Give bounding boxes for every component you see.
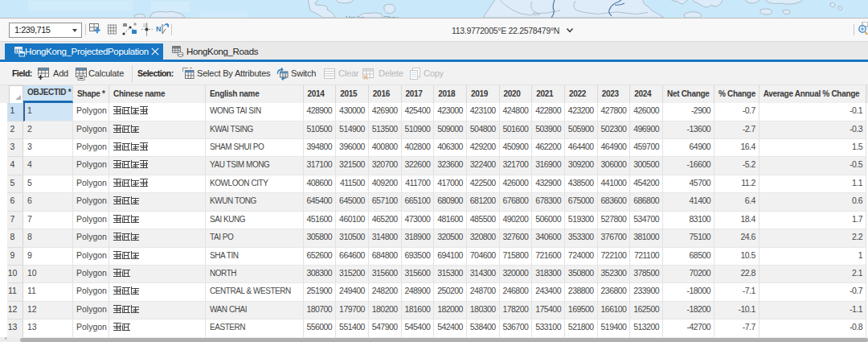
svg-text:N: N	[156, 25, 162, 33]
